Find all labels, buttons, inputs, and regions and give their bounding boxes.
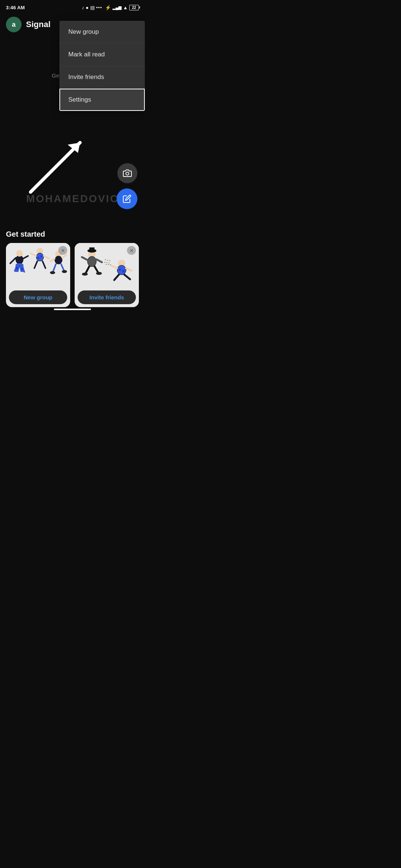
status-time: 3:46 AM (6, 5, 25, 10)
svg-point-28 (62, 270, 67, 273)
svg-point-12 (19, 265, 20, 267)
svg-point-39 (96, 272, 102, 275)
svg-point-22 (55, 256, 62, 264)
svg-point-14 (36, 253, 44, 261)
notification-icon: ▤ (90, 5, 95, 10)
svg-point-10 (16, 267, 18, 269)
svg-point-19 (38, 257, 39, 259)
avatar[interactable]: a (6, 17, 22, 32)
svg-point-11 (21, 268, 23, 270)
new-group-card-button[interactable]: New group (9, 290, 67, 304)
dropdown-item-settings[interactable]: Settings (59, 89, 145, 111)
dropdown-item-invite-friends[interactable]: Invite friends (59, 66, 145, 89)
camera-fab-button[interactable] (117, 163, 137, 183)
invite-friends-card[interactable]: ✕ Invite friends (75, 243, 139, 307)
svg-point-47 (123, 270, 125, 272)
compose-fab-button[interactable] (117, 188, 137, 209)
battery-icon: 22 (129, 5, 139, 10)
bluetooth-icon: ⚡ (105, 5, 111, 10)
svg-marker-1 (68, 142, 80, 153)
svg-point-41 (117, 265, 126, 275)
dropdown-item-new-group[interactable]: New group (59, 21, 145, 43)
dropdown-item-mark-all-read[interactable]: Mark all read (59, 43, 145, 66)
cards-row: ✕ New group (6, 243, 139, 307)
bottom-nav-indicator (54, 309, 91, 310)
svg-point-5 (16, 250, 23, 257)
get-started-section: Get started (0, 224, 145, 313)
new-group-card-close[interactable]: ✕ (58, 246, 67, 255)
signal-icon: ▂▄▆ (113, 5, 121, 10)
new-group-card[interactable]: ✕ New group (6, 243, 70, 307)
status-bar: 3:46 AM ♪ ● ▤ ••• ⚡ ▂▄▆ ▲ 22 (0, 0, 145, 13)
svg-point-27 (50, 271, 55, 274)
tiktok-icon: ♪ (82, 5, 84, 10)
invite-friends-card-button[interactable]: Invite friends (78, 290, 136, 304)
svg-point-20 (40, 256, 42, 257)
wifi-icon: ▲ (123, 5, 128, 10)
arrow-indicator (22, 126, 97, 200)
invite-friends-card-close[interactable]: ✕ (127, 246, 136, 255)
svg-line-0 (30, 142, 80, 192)
camera-icon (123, 169, 132, 178)
get-started-title: Get started (6, 230, 139, 239)
svg-point-38 (82, 273, 88, 276)
app-title: Signal (26, 20, 50, 29)
more-icon: ••• (96, 5, 102, 10)
svg-point-33 (88, 256, 97, 267)
pencil-icon (123, 194, 131, 203)
whatsapp-icon: ● (86, 5, 89, 10)
svg-rect-32 (89, 247, 95, 251)
dropdown-menu: New group Mark all read Invite friends S… (59, 21, 145, 111)
svg-point-46 (119, 269, 121, 271)
status-icons: ♪ ● ▤ ••• ⚡ ▂▄▆ ▲ 22 (82, 5, 139, 10)
svg-point-2 (126, 172, 129, 175)
